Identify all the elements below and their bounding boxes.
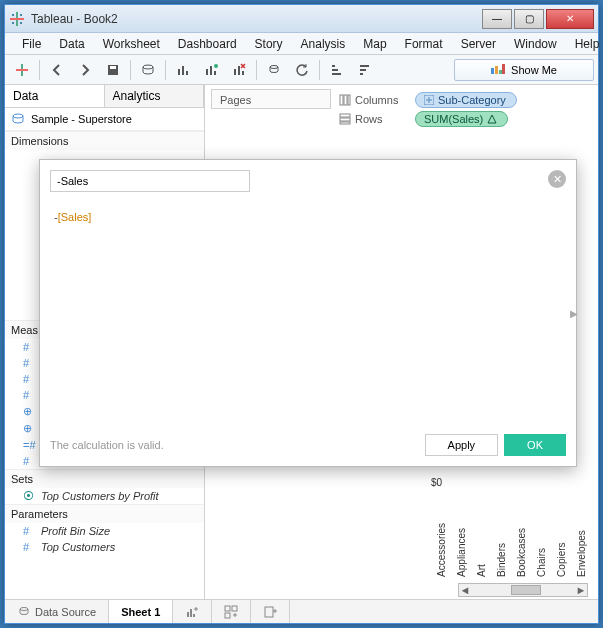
columns-label: Columns bbox=[339, 94, 409, 106]
svg-rect-42 bbox=[190, 609, 192, 617]
sort-desc-button[interactable] bbox=[352, 58, 378, 82]
number-icon: # bbox=[23, 341, 35, 353]
svg-rect-25 bbox=[360, 65, 369, 67]
new-worksheet-tab[interactable] bbox=[173, 600, 212, 623]
refresh-button[interactable] bbox=[289, 58, 315, 82]
svg-rect-30 bbox=[499, 70, 502, 74]
menu-server[interactable]: Server bbox=[452, 35, 505, 53]
show-me-label: Show Me bbox=[511, 64, 557, 76]
cat-label: Copiers bbox=[556, 523, 572, 577]
svg-rect-3 bbox=[20, 14, 22, 16]
apply-button[interactable]: Apply bbox=[425, 434, 499, 456]
clear-button[interactable] bbox=[226, 58, 252, 82]
pages-shelf[interactable]: Pages bbox=[211, 89, 331, 109]
menu-story[interactable]: Story bbox=[246, 35, 292, 53]
menu-file[interactable]: File bbox=[13, 35, 50, 53]
rows-pill[interactable]: SUM(Sales) bbox=[415, 111, 508, 127]
svg-rect-38 bbox=[340, 118, 350, 121]
calc-formula-editor[interactable]: -[Sales] bbox=[50, 206, 566, 416]
columns-shelf[interactable]: Columns Sub-Category bbox=[339, 92, 592, 108]
maximize-button[interactable]: ▢ bbox=[514, 9, 544, 29]
svg-rect-12 bbox=[182, 66, 184, 75]
sort-asc-button[interactable] bbox=[324, 58, 350, 82]
svg-rect-7 bbox=[16, 69, 28, 71]
svg-rect-33 bbox=[340, 95, 343, 105]
menu-dashboard[interactable]: Dashboard bbox=[169, 35, 246, 53]
scroll-thumb[interactable] bbox=[511, 585, 541, 595]
menu-analysis[interactable]: Analysis bbox=[292, 35, 355, 53]
minimize-button[interactable]: — bbox=[482, 9, 512, 29]
swap-button[interactable] bbox=[261, 58, 287, 82]
svg-rect-9 bbox=[110, 66, 116, 69]
tableau-logo-icon[interactable] bbox=[9, 58, 35, 82]
cat-label: Accessories bbox=[436, 523, 452, 577]
menu-help[interactable]: Help bbox=[566, 35, 603, 53]
save-button[interactable] bbox=[100, 58, 126, 82]
svg-rect-13 bbox=[186, 71, 188, 75]
forward-button[interactable] bbox=[72, 58, 98, 82]
dimensions-header: Dimensions bbox=[5, 131, 204, 150]
window-controls: — ▢ ✕ bbox=[480, 9, 594, 29]
window-title: Tableau - Book2 bbox=[31, 12, 480, 26]
toolbar-separator bbox=[130, 60, 131, 80]
ok-button[interactable]: OK bbox=[504, 434, 566, 456]
shelf-area: Pages Columns Sub-Category Rows bbox=[205, 85, 598, 134]
menu-format[interactable]: Format bbox=[396, 35, 452, 53]
new-worksheet-button[interactable] bbox=[170, 58, 196, 82]
param-item[interactable]: Profit Bin Size bbox=[41, 525, 110, 537]
cat-label: Chairs bbox=[536, 523, 552, 577]
datasource-row[interactable]: Sample - Superstore bbox=[5, 108, 204, 131]
sheet-tab[interactable]: Sheet 1 bbox=[109, 600, 173, 623]
bottom-tabs: Data Source Sheet 1 bbox=[5, 599, 598, 623]
tab-analytics[interactable]: Analytics bbox=[105, 85, 205, 107]
new-story-tab[interactable] bbox=[251, 600, 290, 623]
svg-rect-2 bbox=[12, 14, 14, 16]
side-tabs: Data Analytics bbox=[5, 85, 204, 108]
svg-point-32 bbox=[13, 114, 23, 118]
svg-point-10 bbox=[143, 65, 153, 69]
svg-rect-4 bbox=[12, 22, 14, 24]
scroll-left-arrow[interactable]: ◄ bbox=[459, 584, 471, 596]
duplicate-button[interactable] bbox=[198, 58, 224, 82]
toolbar-separator bbox=[39, 60, 40, 80]
delta-icon bbox=[487, 114, 497, 124]
back-button[interactable] bbox=[44, 58, 70, 82]
new-datasource-button[interactable] bbox=[135, 58, 161, 82]
svg-point-21 bbox=[270, 65, 278, 68]
dialog-close-button[interactable]: ✕ bbox=[548, 170, 566, 188]
calc-name-input[interactable] bbox=[50, 170, 250, 192]
tableau-window: Tableau - Book2 — ▢ ✕ File Data Workshee… bbox=[4, 4, 599, 624]
svg-rect-46 bbox=[225, 613, 230, 618]
scroll-right-arrow[interactable]: ► bbox=[575, 584, 587, 596]
expand-dialog-arrow[interactable]: ▶ bbox=[570, 308, 578, 319]
menu-map[interactable]: Map bbox=[354, 35, 395, 53]
tab-data[interactable]: Data bbox=[5, 85, 105, 107]
calc-status: The calculation is valid. bbox=[50, 439, 419, 451]
show-me-icon bbox=[491, 64, 505, 76]
param-item[interactable]: Top Customers bbox=[41, 541, 115, 553]
svg-rect-28 bbox=[491, 68, 494, 74]
number-icon: # bbox=[23, 389, 35, 401]
svg-rect-35 bbox=[348, 95, 350, 105]
rows-shelf[interactable]: Rows SUM(Sales) bbox=[339, 111, 592, 127]
columns-pill[interactable]: Sub-Category bbox=[415, 92, 517, 108]
number-icon: # bbox=[23, 525, 35, 537]
menu-worksheet[interactable]: Worksheet bbox=[94, 35, 169, 53]
show-me-button[interactable]: Show Me bbox=[454, 59, 594, 81]
calc-icon: =# bbox=[23, 439, 35, 451]
svg-rect-22 bbox=[332, 65, 335, 67]
svg-point-17 bbox=[214, 64, 218, 68]
svg-rect-44 bbox=[225, 606, 230, 611]
svg-rect-34 bbox=[344, 95, 347, 105]
horizontal-scrollbar[interactable]: ◄ ► bbox=[458, 583, 588, 597]
menu-data[interactable]: Data bbox=[50, 35, 93, 53]
category-labels: Accessories Appliances Art Binders Bookc… bbox=[436, 523, 592, 577]
datasource-name: Sample - Superstore bbox=[31, 113, 132, 125]
menu-window[interactable]: Window bbox=[505, 35, 566, 53]
new-dashboard-tab[interactable] bbox=[212, 600, 251, 623]
data-source-tab[interactable]: Data Source bbox=[5, 600, 109, 623]
set-item[interactable]: Top Customers by Profit bbox=[41, 490, 159, 502]
close-button[interactable]: ✕ bbox=[546, 9, 594, 29]
parameters-header: Parameters bbox=[5, 504, 204, 523]
chart-axis-area: $0 Accessories Appliances Art Binders Bo… bbox=[425, 477, 592, 597]
